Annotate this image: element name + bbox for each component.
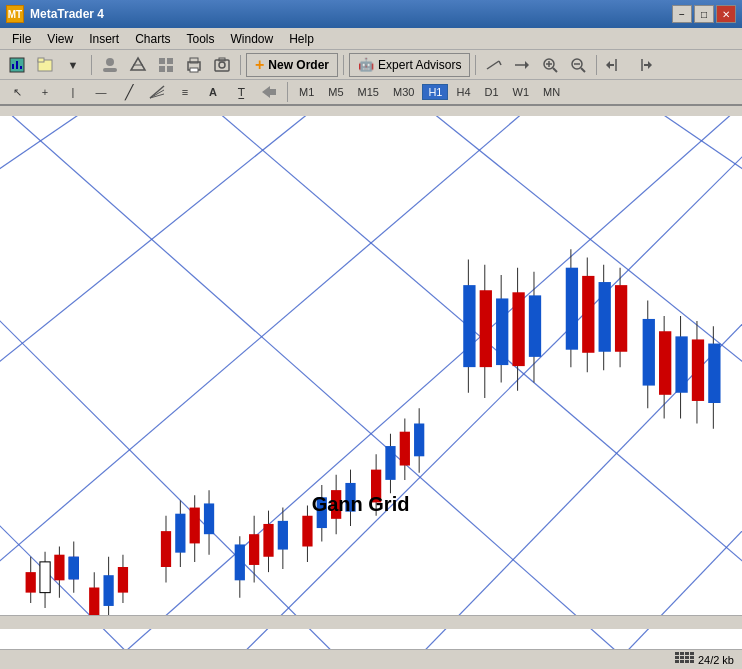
trend-line-tool[interactable]: ╱ [116, 80, 142, 104]
navigate-button[interactable] [125, 53, 151, 77]
menu-window[interactable]: Window [223, 30, 282, 48]
menu-file[interactable]: File [4, 30, 39, 48]
expert-advisors-button[interactable]: 🤖 Expert Advisors [349, 53, 470, 77]
svg-rect-126 [675, 336, 687, 392]
gann-fan-tool[interactable] [144, 80, 170, 104]
status-bar: 24/2 kb [0, 649, 742, 669]
svg-rect-61 [54, 555, 64, 581]
svg-rect-78 [204, 503, 214, 534]
separator-3 [343, 55, 344, 75]
text-label-tool[interactable]: A [200, 80, 226, 104]
svg-rect-84 [263, 524, 273, 557]
svg-rect-98 [385, 446, 395, 480]
tf-d1[interactable]: D1 [479, 84, 505, 100]
menu-view[interactable]: View [39, 30, 81, 48]
title-bar: MT MetaTrader 4 − □ ✕ [0, 0, 742, 28]
vertical-line-tool[interactable]: | [60, 80, 86, 104]
print-button[interactable] [181, 53, 207, 77]
svg-rect-10 [159, 58, 165, 64]
separator-5 [596, 55, 597, 75]
history-center-button[interactable] [153, 53, 179, 77]
svg-rect-12 [159, 66, 165, 72]
text-edit-tool[interactable]: T̲ [228, 80, 254, 104]
candle-group-4 [235, 508, 288, 598]
gann-grid-label: Gann Grid [312, 493, 410, 516]
svg-rect-106 [480, 290, 492, 367]
candle-group-7 [463, 260, 541, 398]
svg-rect-64 [69, 557, 79, 580]
svg-rect-7 [103, 68, 117, 72]
candle-group-5 [302, 470, 355, 562]
chart-shift-button[interactable] [481, 53, 507, 77]
tf-h1[interactable]: H1 [422, 84, 448, 100]
svg-rect-72 [161, 531, 171, 567]
tf-m30[interactable]: M30 [387, 84, 420, 100]
chart-forward-button[interactable] [630, 53, 656, 77]
horizontal-scrollbar[interactable] [0, 615, 742, 629]
new-chart-button[interactable] [4, 53, 30, 77]
svg-rect-11 [167, 58, 173, 64]
svg-rect-122 [643, 319, 655, 386]
menu-help[interactable]: Help [281, 30, 322, 48]
open-button[interactable] [32, 53, 58, 77]
separator-6 [287, 82, 288, 102]
svg-rect-110 [512, 292, 524, 366]
svg-rect-16 [190, 68, 198, 72]
svg-rect-57 [26, 572, 36, 593]
tf-m5[interactable]: M5 [322, 84, 349, 100]
svg-point-18 [219, 62, 225, 68]
dropdown-arrow-1[interactable]: ▼ [60, 53, 86, 77]
svg-rect-130 [708, 344, 720, 403]
cursor-tool[interactable]: ↖ [4, 80, 30, 104]
chart-area: Gann Grid [0, 116, 742, 649]
svg-marker-8 [131, 58, 145, 70]
menu-charts[interactable]: Charts [127, 30, 178, 48]
candle-group-8 [566, 249, 628, 372]
text-tool[interactable]: ≡ [172, 80, 198, 104]
svg-rect-68 [103, 575, 113, 606]
tf-h4[interactable]: H4 [450, 84, 476, 100]
grid-icon [675, 652, 694, 667]
new-order-label: New Order [268, 58, 329, 72]
svg-marker-32 [606, 61, 610, 69]
svg-point-6 [106, 58, 114, 66]
zoom-in-button[interactable] [537, 53, 563, 77]
toolbar-1: ▼ + New Order 🤖 Expert Advisors [0, 50, 742, 80]
svg-marker-23 [525, 61, 529, 69]
menu-tools[interactable]: Tools [179, 30, 223, 48]
svg-rect-59 [40, 562, 50, 593]
chart-back-button[interactable] [602, 53, 628, 77]
autoscroll-button[interactable] [509, 53, 535, 77]
svg-rect-112 [529, 295, 541, 357]
svg-rect-124 [659, 331, 671, 395]
svg-rect-88 [302, 516, 312, 547]
maximize-button[interactable]: □ [694, 5, 714, 23]
svg-rect-74 [175, 514, 185, 553]
svg-rect-80 [235, 544, 245, 580]
horizontal-line-tool[interactable]: — [88, 80, 114, 104]
candlestick-chart [0, 116, 742, 649]
arrow-tool[interactable] [256, 80, 282, 104]
window-controls: − □ ✕ [672, 5, 736, 23]
tf-w1[interactable]: W1 [507, 84, 536, 100]
svg-marker-35 [648, 61, 652, 69]
toolbar-2: ↖ + | — ╱ ≡ A T̲ M1 M5 M15 M30 H1 H4 D1 … [0, 80, 742, 106]
tf-mn[interactable]: MN [537, 84, 566, 100]
svg-rect-66 [89, 588, 99, 617]
expert-advisors-label: Expert Advisors [378, 58, 461, 72]
separator-2 [240, 55, 241, 75]
profiles-button[interactable] [97, 53, 123, 77]
minimize-button[interactable]: − [672, 5, 692, 23]
tf-m15[interactable]: M15 [352, 84, 385, 100]
crosshair-tool[interactable]: + [32, 80, 58, 104]
svg-rect-118 [599, 282, 611, 352]
tf-m1[interactable]: M1 [293, 84, 320, 100]
new-order-button[interactable]: + New Order [246, 53, 338, 77]
zoom-out-button[interactable] [565, 53, 591, 77]
svg-rect-120 [615, 285, 627, 352]
menu-insert[interactable]: Insert [81, 30, 127, 48]
svg-line-29 [581, 68, 585, 72]
screenshot-button[interactable] [209, 53, 235, 77]
close-button[interactable]: ✕ [716, 5, 736, 23]
svg-line-25 [553, 68, 557, 72]
